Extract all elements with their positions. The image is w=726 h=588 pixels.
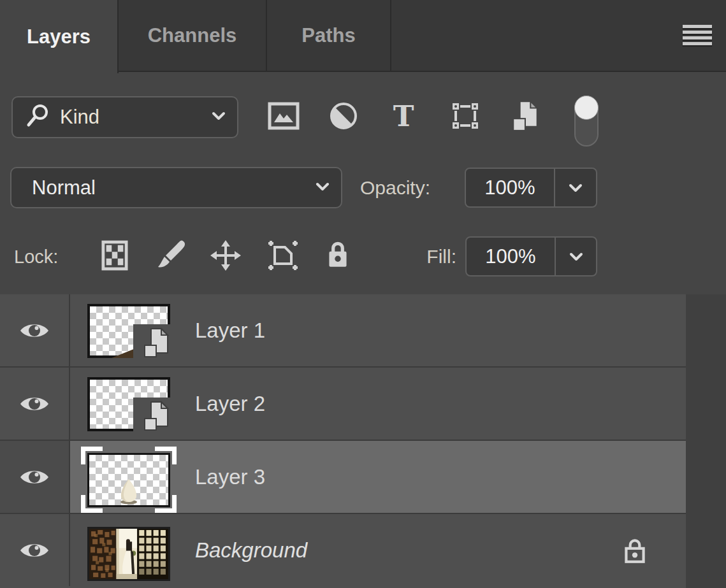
opacity-control[interactable]: 100% bbox=[465, 168, 597, 208]
lock-artboard-nesting-button[interactable] bbox=[266, 239, 300, 275]
fill-label: Fill: bbox=[402, 237, 456, 276]
eye-icon bbox=[18, 320, 50, 341]
visibility-toggle[interactable] bbox=[0, 514, 70, 586]
chevron-down-icon bbox=[316, 182, 330, 194]
lock-transparent-pixels-button[interactable] bbox=[98, 239, 131, 275]
kind-filter-label: Kind bbox=[60, 106, 99, 129]
tab-channels-label: Channels bbox=[148, 24, 237, 47]
lock-label: Lock: bbox=[14, 237, 58, 276]
fill-value[interactable]: 100% bbox=[467, 238, 555, 275]
blend-mode-dropdown[interactable]: Normal bbox=[10, 167, 342, 208]
eye-icon bbox=[18, 393, 50, 415]
eye-icon bbox=[18, 466, 50, 488]
smart-object-badge-icon bbox=[143, 327, 170, 358]
pixel-layer-filter-button[interactable] bbox=[267, 99, 300, 135]
paintbrush-icon bbox=[156, 239, 189, 275]
adjustment-layer-filter-button[interactable] bbox=[327, 99, 360, 135]
layer-filtering-toggle[interactable] bbox=[574, 96, 599, 147]
layer-thumbnail[interactable] bbox=[87, 453, 170, 507]
lock-position-button[interactable] bbox=[209, 239, 242, 275]
layer-row-layer-3[interactable]: Layer 3 bbox=[0, 441, 686, 514]
tab-layers-label: Layers bbox=[27, 25, 91, 48]
chevron-down-icon bbox=[569, 252, 583, 261]
tab-paths[interactable]: Paths bbox=[267, 0, 391, 71]
thumbnail-content bbox=[117, 477, 140, 507]
opacity-label: Opacity: bbox=[360, 167, 430, 208]
kind-filter-dropdown[interactable]: Kind bbox=[11, 96, 238, 138]
smart-object-filter-button[interactable] bbox=[509, 99, 542, 135]
layer-thumbnail[interactable] bbox=[87, 377, 170, 431]
blend-mode-value: Normal bbox=[32, 176, 96, 199]
hamburger-menu-icon bbox=[683, 25, 712, 28]
opacity-value[interactable]: 100% bbox=[466, 169, 554, 206]
visibility-toggle[interactable] bbox=[0, 441, 70, 513]
lock-icon bbox=[623, 536, 646, 565]
layer-name: Layer 1 bbox=[195, 294, 265, 366]
visibility-toggle[interactable] bbox=[0, 368, 70, 440]
tab-layers[interactable]: Layers bbox=[0, 0, 119, 73]
background-locked-indicator bbox=[616, 514, 654, 586]
checkerboard-icon bbox=[101, 240, 128, 273]
layer-thumbnail[interactable] bbox=[87, 527, 170, 581]
half-circle-adjustment-icon bbox=[329, 101, 358, 133]
layers-panel: Layers Channels Paths Kind bbox=[0, 0, 726, 588]
panel-tab-bar: Layers Channels Paths bbox=[0, 0, 726, 72]
tab-channels[interactable]: Channels bbox=[119, 0, 267, 71]
fill-dropdown-button[interactable] bbox=[555, 238, 596, 275]
tab-paths-label: Paths bbox=[301, 24, 355, 47]
visibility-toggle[interactable] bbox=[0, 294, 70, 366]
type-layer-filter-button[interactable]: T bbox=[387, 99, 420, 135]
panel-menu-button[interactable] bbox=[683, 25, 712, 46]
lock-image-pixels-button[interactable] bbox=[156, 239, 189, 275]
photo-thumbnail-image bbox=[89, 529, 168, 579]
type-icon: T bbox=[389, 100, 418, 134]
eye-icon bbox=[18, 540, 50, 561]
layer-row-layer-2[interactable]: Layer 2 bbox=[0, 368, 686, 441]
lock-all-button[interactable] bbox=[321, 238, 354, 273]
layer-row-layer-1[interactable]: Layer 1 bbox=[0, 294, 686, 368]
chevron-down-icon bbox=[569, 183, 583, 192]
layer-thumbnail[interactable] bbox=[87, 304, 170, 358]
smart-object-icon bbox=[512, 100, 540, 134]
lock-icon bbox=[326, 239, 350, 272]
layer-name: Layer 2 bbox=[195, 368, 265, 440]
opacity-dropdown-button[interactable] bbox=[554, 169, 596, 206]
shape-layer-filter-button[interactable] bbox=[449, 99, 482, 135]
image-icon bbox=[268, 102, 300, 133]
svg-text:T: T bbox=[393, 100, 414, 132]
layer-list: Layer 1 Layer 2 bbox=[0, 294, 726, 588]
layer-name: Background bbox=[195, 514, 307, 586]
layer-row-background[interactable]: Background bbox=[0, 514, 686, 588]
toggle-knob bbox=[574, 96, 599, 120]
move-arrows-icon bbox=[209, 239, 242, 275]
fill-control[interactable]: 100% bbox=[465, 236, 597, 276]
search-icon bbox=[25, 103, 51, 131]
smart-object-badge-icon bbox=[143, 401, 170, 431]
shape-icon bbox=[449, 100, 481, 134]
layer-name: Layer 3 bbox=[195, 441, 265, 513]
chevron-down-icon bbox=[212, 111, 226, 123]
artboard-icon bbox=[267, 240, 299, 274]
